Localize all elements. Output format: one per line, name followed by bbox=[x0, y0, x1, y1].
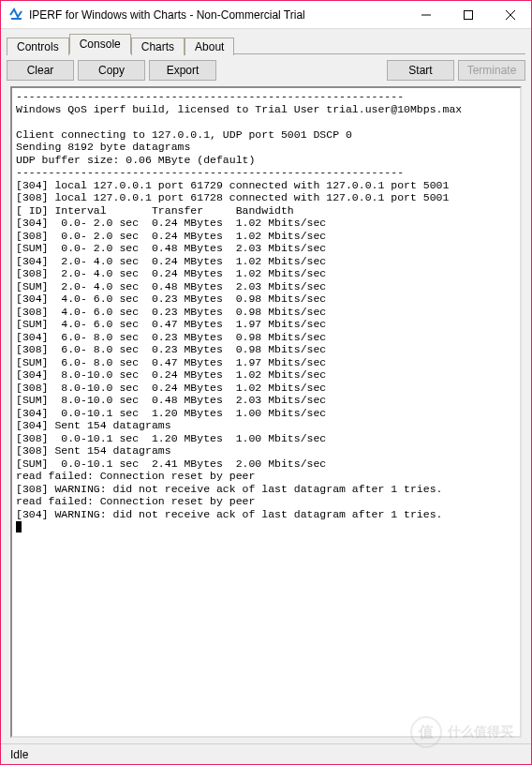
minimize-button[interactable] bbox=[405, 1, 447, 28]
clear-button[interactable]: Clear bbox=[7, 60, 74, 81]
toolbar-spacer bbox=[220, 60, 383, 81]
console-output[interactable]: ----------------------------------------… bbox=[10, 86, 522, 738]
titlebar: IPERF for Windows with Charts - Non-Comm… bbox=[1, 1, 531, 29]
export-button[interactable]: Export bbox=[149, 60, 216, 81]
copy-button[interactable]: Copy bbox=[78, 60, 145, 81]
tab-about[interactable]: About bbox=[185, 38, 234, 55]
console-text: ----------------------------------------… bbox=[16, 90, 462, 520]
toolbar: Clear Copy Export Start Terminate bbox=[1, 54, 531, 86]
status-bar: Idle bbox=[1, 743, 531, 764]
maximize-button[interactable] bbox=[447, 1, 489, 28]
app-window: IPERF for Windows with Charts - Non-Comm… bbox=[0, 0, 532, 765]
close-button[interactable] bbox=[489, 1, 531, 28]
tab-charts[interactable]: Charts bbox=[131, 38, 185, 55]
svg-rect-1 bbox=[464, 10, 472, 19]
text-cursor bbox=[16, 521, 22, 532]
terminate-button[interactable]: Terminate bbox=[458, 60, 525, 81]
tab-console[interactable]: Console bbox=[69, 34, 131, 54]
app-icon bbox=[8, 8, 23, 22]
tab-strip: Controls Console Charts About bbox=[1, 29, 531, 53]
window-title: IPERF for Windows with Charts - Non-Comm… bbox=[29, 8, 405, 22]
start-button[interactable]: Start bbox=[387, 60, 454, 81]
window-controls bbox=[405, 1, 531, 28]
tab-controls[interactable]: Controls bbox=[7, 38, 69, 55]
status-text: Idle bbox=[10, 748, 28, 761]
